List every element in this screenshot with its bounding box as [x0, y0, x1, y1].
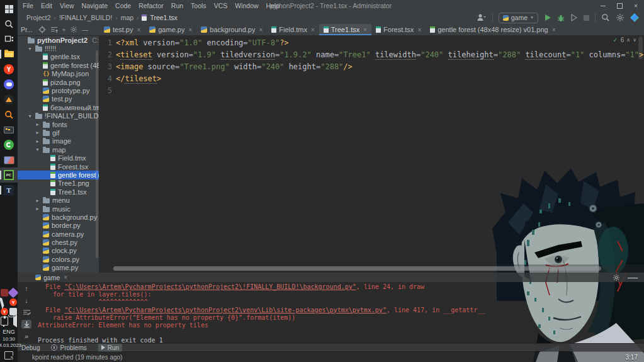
console-tab[interactable]: game × [35, 274, 67, 281]
close-button[interactable]: × [628, 0, 644, 11]
more-actions-icon[interactable]: » [21, 332, 31, 341]
editor-horizontal-scrollbar[interactable] [99, 264, 644, 273]
menu-run[interactable]: Run [167, 0, 187, 11]
breadcrumb-item[interactable]: Tree1.tsx [150, 14, 177, 21]
tray-yandex-tray[interactable]: Y [9, 298, 17, 306]
tree-item[interactable]: camera.py [18, 230, 99, 238]
chevron-closed-icon[interactable]: ▸ [35, 130, 40, 135]
editor-tab[interactable]: test.py× [99, 24, 145, 35]
scroll-to-end-icon[interactable] [21, 320, 31, 329]
tree-item[interactable]: background.py [18, 213, 99, 221]
editor-tab[interactable]: Field.tmx× [267, 24, 319, 35]
close-icon[interactable]: × [552, 26, 556, 33]
chevron-closed-icon[interactable]: ▸ [35, 198, 40, 203]
taskbar-tiled[interactable]: T [0, 183, 18, 198]
menu-window[interactable]: Window [231, 0, 262, 11]
run-configuration-select[interactable]: game ▼ [499, 13, 538, 23]
maximize-button[interactable] [611, 0, 628, 11]
menu-tools[interactable]: Tools [187, 0, 210, 11]
tree-item[interactable]: ▸image [18, 137, 99, 145]
menu-code[interactable]: Code [111, 0, 135, 11]
close-icon[interactable]: × [259, 26, 263, 33]
close-icon[interactable]: × [417, 26, 421, 33]
console-settings-icon[interactable] [613, 274, 620, 281]
close-icon[interactable]: × [137, 26, 140, 33]
menu-navigate[interactable]: Navigate [78, 0, 111, 11]
menu-view[interactable]: View [56, 0, 78, 11]
taskbar-green-app[interactable] [0, 137, 18, 152]
tray-brush-app[interactable] [9, 289, 17, 297]
tree-item[interactable]: Tree1.png [18, 179, 99, 188]
tree-item[interactable]: chest.py [18, 238, 99, 246]
tree-item[interactable]: pizda.png [18, 78, 99, 86]
menu-refactor[interactable]: Refactor [135, 0, 167, 11]
tree-item[interactable]: game.py [18, 264, 99, 272]
menu-edit[interactable]: Edit [37, 0, 56, 11]
expand-all-icon[interactable]: ÷ [62, 26, 66, 33]
tree-item[interactable]: border.py [18, 222, 99, 230]
taskbar-start[interactable] [0, 1, 18, 16]
search-everywhere-icon[interactable] [601, 13, 610, 22]
scrollbar-thumb[interactable] [113, 266, 601, 271]
breadcrumb-item[interactable]: map [121, 14, 133, 21]
console-file-link[interactable]: "C:\Users\Artem\PycharmProjects\pythonPr… [64, 283, 356, 290]
hide-panel-icon[interactable]: — [82, 26, 88, 33]
taskbar-file-explorer[interactable] [0, 47, 18, 62]
tree-item[interactable]: ▸fonts [18, 120, 99, 128]
editor-content[interactable]: <?xml version="1.0" encoding="UTF-8"?><t… [116, 37, 644, 97]
plugin-logo-icon[interactable] [630, 13, 639, 22]
collapse-all-icon[interactable] [50, 26, 58, 33]
tree-item[interactable]: gentle.tsx [18, 53, 99, 61]
locate-file-icon[interactable] [38, 26, 46, 33]
tray-speaker[interactable] [9, 317, 17, 325]
chevron-open-icon[interactable]: ▾ [27, 113, 33, 119]
tree-item[interactable]: Forest.tsx [18, 162, 99, 171]
menu-file[interactable]: File [19, 0, 37, 11]
tree-item[interactable]: ▾map [18, 145, 99, 154]
menu-vcs[interactable]: VCS [210, 0, 232, 11]
toolwindow-debug[interactable]: Debug [21, 344, 40, 352]
editor-vertical-scrollbar[interactable] [638, 37, 643, 59]
minimize-button[interactable] [595, 0, 611, 11]
chevron-open-icon[interactable]: ▾ [35, 147, 40, 152]
tree-item[interactable]: test.py [18, 95, 99, 103]
tree-item[interactable]: ▸gif [18, 128, 99, 137]
stop-button[interactable] [584, 15, 589, 21]
taskbar-search-app[interactable] [0, 107, 18, 122]
toolwindow-problems[interactable]: Problems [51, 344, 86, 352]
close-icon[interactable]: × [64, 274, 67, 281]
tree-item[interactable]: {}MyMap.json [18, 70, 99, 78]
console-output[interactable]: File "C:\Users\Artem\PycharmProjects\pyt… [38, 283, 644, 345]
taskbar-search[interactable] [0, 16, 18, 31]
close-icon[interactable]: × [188, 26, 192, 33]
menu-help[interactable]: Help [263, 0, 284, 11]
up-stack-icon[interactable]: ↑ [21, 284, 31, 293]
editor-tab[interactable]: background.py× [196, 24, 267, 35]
breadcrumb-item[interactable]: !FINALLY_BUILD! [59, 14, 112, 21]
breadcrumb-item[interactable]: Project2 [26, 14, 51, 21]
taskbar-clock[interactable]: 10:30 04.03.2023 [0, 336, 21, 349]
taskbar-discord[interactable] [0, 77, 18, 92]
chevron-closed-icon[interactable]: ▸ [35, 139, 40, 144]
tree-item[interactable]: ▾!FINALLY_BUILD! [18, 112, 99, 120]
user-account-icon[interactable] [477, 13, 487, 22]
tree-item[interactable]: clock.py [18, 247, 99, 255]
tree-item[interactable]: gentle forest (48x48 resiz [18, 61, 99, 69]
taskbar-yandex-browser[interactable]: Y [0, 62, 18, 77]
tray-cursor-app[interactable] [1, 298, 8, 306]
prev-inspection-icon[interactable]: ∧ [626, 37, 630, 43]
taskbar-laptop-app[interactable] [0, 122, 18, 137]
tree-item[interactable]: gentle forest (48x48 re [18, 171, 99, 179]
taskbar-pycharm[interactable]: PC [0, 167, 18, 183]
language-indicator[interactable]: ENG [3, 329, 15, 335]
settings-gear-icon[interactable] [616, 13, 624, 22]
tree-item[interactable]: Tree1.tsx [18, 188, 99, 196]
soft-wrap-icon[interactable] [21, 308, 31, 317]
close-icon[interactable]: × [311, 26, 315, 33]
tree-item[interactable]: ▾!!!!!! [18, 44, 99, 52]
editor-tab[interactable]: gentle forest (48x48 resize) v01.png× [426, 24, 560, 35]
tree-item[interactable]: ▸music [18, 205, 99, 213]
editor-tab[interactable]: game.py× [145, 24, 196, 35]
console-file-link[interactable]: "C:\Users\Artem\PycharmProjects\pythonPr… [64, 307, 387, 314]
tree-item[interactable]: Field.tmx [18, 154, 99, 162]
